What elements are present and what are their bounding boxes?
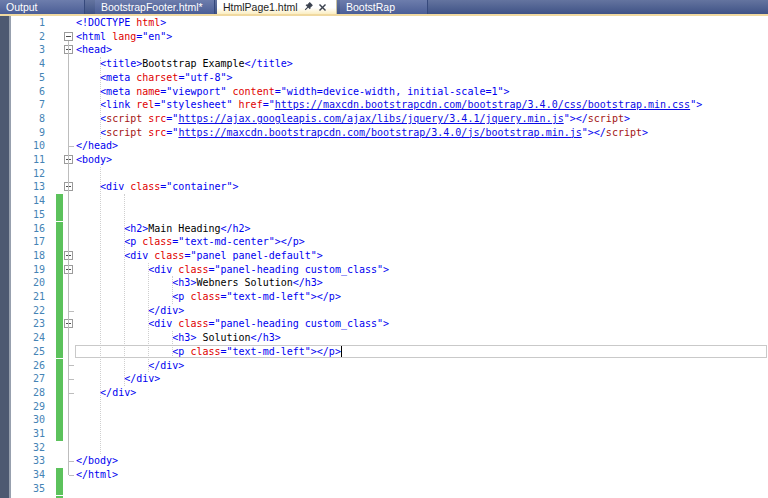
- code-token: [76, 291, 172, 302]
- line-number[interactable]: 1: [0, 16, 45, 30]
- code-token: src: [148, 113, 166, 124]
- line-number[interactable]: 5: [0, 71, 45, 85]
- code-line-12[interactable]: 12: [0, 167, 768, 181]
- line-number[interactable]: 32: [0, 441, 45, 455]
- line-number[interactable]: 10: [0, 139, 45, 153]
- fold-collapse-button[interactable]: [64, 251, 73, 260]
- code-text: <meta charset="utf-8">: [76, 71, 233, 85]
- code-line-27[interactable]: 27 </div>: [0, 372, 768, 386]
- code-line-22[interactable]: 22 </div>: [0, 304, 768, 318]
- code-line-24[interactable]: 24 <h3> Solution</h3>: [0, 331, 768, 345]
- fold-collapse-button[interactable]: [64, 45, 73, 54]
- code-text: </div>: [76, 372, 160, 386]
- fold-collapse-button[interactable]: [64, 155, 73, 164]
- code-line-28[interactable]: 28 </div>: [0, 386, 768, 400]
- line-number[interactable]: 13: [0, 180, 45, 194]
- code-text: <link rel="stylesheet" href="https://max…: [76, 98, 702, 112]
- code-line-26[interactable]: 26 </div>: [0, 359, 768, 373]
- line-number[interactable]: 35: [0, 482, 45, 496]
- code-text: <script src="https://maxcdn.bootstrapcdn…: [76, 126, 648, 140]
- code-line-14[interactable]: 14: [0, 194, 768, 208]
- code-line-21[interactable]: 21 <p class="text-md-left"></p>: [0, 290, 768, 304]
- code-token: <h3>: [172, 332, 196, 343]
- code-token: <p: [172, 346, 190, 357]
- code-token: >: [624, 113, 630, 124]
- line-number[interactable]: 22: [0, 304, 45, 318]
- code-line-2[interactable]: 2<html lang="en">: [0, 30, 768, 44]
- line-number[interactable]: 24: [0, 331, 45, 345]
- fold-collapse-button[interactable]: [64, 32, 73, 41]
- code-line-13[interactable]: 13 <div class="container">: [0, 180, 768, 194]
- code-text: </div>: [76, 304, 184, 318]
- tab-output[interactable]: Output: [0, 0, 85, 14]
- line-number[interactable]: 31: [0, 427, 45, 441]
- line-number[interactable]: 9: [0, 126, 45, 140]
- line-number[interactable]: 27: [0, 372, 45, 386]
- code-line-33[interactable]: 33</body>: [0, 454, 768, 468]
- code-token: <body>: [76, 154, 112, 165]
- line-number[interactable]: 18: [0, 249, 45, 263]
- code-line-32[interactable]: 32: [0, 441, 768, 455]
- code-line-5[interactable]: 5 <meta charset="utf-8">: [0, 71, 768, 85]
- code-token: </title>: [245, 58, 293, 69]
- code-line-11[interactable]: 11<body>: [0, 153, 768, 167]
- line-number[interactable]: 6: [0, 85, 45, 99]
- editor-area[interactable]: 1<!DOCTYPE html>2<html lang="en">3<head>…: [0, 16, 768, 498]
- code-line-30[interactable]: 30: [0, 413, 768, 427]
- code-line-29[interactable]: 29: [0, 400, 768, 414]
- code-line-8[interactable]: 8 <script src="https://ajax.googleapis.c…: [0, 112, 768, 126]
- line-number[interactable]: 12: [0, 167, 45, 181]
- line-number[interactable]: 19: [0, 263, 45, 277]
- change-tracking-bar: [56, 304, 63, 318]
- code-line-31[interactable]: 31: [0, 427, 768, 441]
- line-number[interactable]: 29: [0, 400, 45, 414]
- code-line-23[interactable]: 23 <div class="panel-heading custom_clas…: [0, 317, 768, 331]
- code-line-4[interactable]: 4 <title>Bootstrap Example</title>: [0, 57, 768, 71]
- code-token: class: [154, 250, 184, 261]
- line-number[interactable]: 16: [0, 222, 45, 236]
- line-number[interactable]: 3: [0, 43, 45, 57]
- tab-htmlpage1-html[interactable]: HtmlPage1.html: [217, 0, 337, 14]
- code-line-10[interactable]: 10</head>: [0, 139, 768, 153]
- code-line-19[interactable]: 19 <div class="panel-heading custom_clas…: [0, 263, 768, 277]
- code-line-6[interactable]: 6 <meta name="viewport" content="width=d…: [0, 85, 768, 99]
- line-number[interactable]: 17: [0, 235, 45, 249]
- tab-bootstrapfooter-html[interactable]: BootstrapFooter.html*: [95, 0, 215, 14]
- line-number[interactable]: 15: [0, 208, 45, 222]
- line-number[interactable]: 20: [0, 276, 45, 290]
- line-number[interactable]: 11: [0, 153, 45, 167]
- line-number[interactable]: 26: [0, 359, 45, 373]
- fold-collapse-button[interactable]: [64, 182, 73, 191]
- line-number[interactable]: 23: [0, 317, 45, 331]
- pin-icon[interactable]: [303, 2, 313, 12]
- code-line-17[interactable]: 17 <p class="text-md-center"></p>: [0, 235, 768, 249]
- code-token: [76, 181, 100, 192]
- line-number[interactable]: 14: [0, 194, 45, 208]
- code-line-25[interactable]: 25 <p class="text-md-left"></p>: [0, 345, 768, 359]
- code-line-35[interactable]: 35: [0, 482, 768, 496]
- code-line-7[interactable]: 7 <link rel="stylesheet" href="https://m…: [0, 98, 768, 112]
- line-number[interactable]: 34: [0, 468, 45, 482]
- line-number[interactable]: 28: [0, 386, 45, 400]
- code-line-1[interactable]: 1<!DOCTYPE html>: [0, 16, 768, 30]
- line-number[interactable]: 25: [0, 345, 45, 359]
- fold-collapse-button[interactable]: [64, 265, 73, 274]
- code-line-18[interactable]: 18 <div class="panel panel-default">: [0, 249, 768, 263]
- code-line-16[interactable]: 16 <h2>Main Heading</h2>: [0, 222, 768, 236]
- line-number[interactable]: 7: [0, 98, 45, 112]
- change-tracking-bar: [56, 482, 63, 496]
- line-number[interactable]: 8: [0, 112, 45, 126]
- line-number[interactable]: 30: [0, 413, 45, 427]
- tab-bootstrap[interactable]: BootstRap: [340, 0, 428, 14]
- line-number[interactable]: 33: [0, 454, 45, 468]
- code-line-20[interactable]: 20 <h3>Webners Solution</h3>: [0, 276, 768, 290]
- code-line-15[interactable]: 15: [0, 208, 768, 222]
- code-line-3[interactable]: 3<head>: [0, 43, 768, 57]
- line-number[interactable]: 2: [0, 30, 45, 44]
- line-number[interactable]: 21: [0, 290, 45, 304]
- code-line-9[interactable]: 9 <script src="https://maxcdn.bootstrapc…: [0, 126, 768, 140]
- fold-collapse-button[interactable]: [64, 319, 73, 328]
- code-line-34[interactable]: 34</html>: [0, 468, 768, 482]
- close-icon[interactable]: [318, 3, 327, 12]
- line-number[interactable]: 4: [0, 57, 45, 71]
